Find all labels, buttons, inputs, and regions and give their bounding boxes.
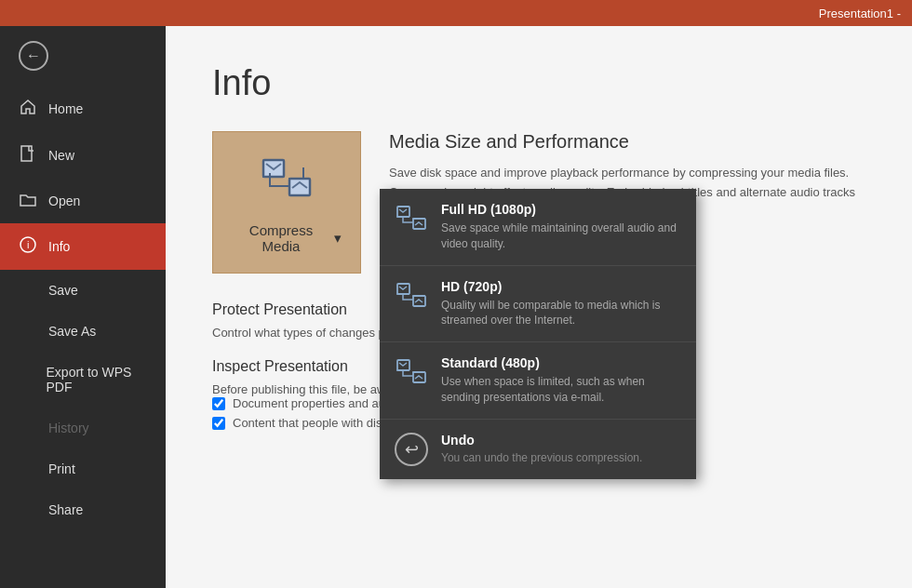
open-icon xyxy=(19,192,37,210)
standard-desc: Use when space is limited, such as when … xyxy=(441,374,681,406)
svg-text:i: i xyxy=(27,239,29,250)
sidebar-nav: Home New Open i Info xyxy=(0,86,166,588)
sidebar-label-save: Save xyxy=(48,283,78,298)
filename-label: Presentation1 - xyxy=(819,7,901,20)
hd-label: HD (720p) xyxy=(441,279,681,294)
sidebar-item-print[interactable]: Print xyxy=(0,448,166,489)
svg-rect-17 xyxy=(413,372,425,382)
hd-icon xyxy=(395,279,428,313)
sidebar-label-home: Home xyxy=(48,101,83,116)
fullhd-label: Full HD (1080p) xyxy=(441,202,681,217)
home-icon xyxy=(19,99,37,119)
info-icon: i xyxy=(19,236,37,257)
content-area: Info Compress Med xyxy=(166,26,912,588)
undo-text: Undo You can undo the previous compressi… xyxy=(441,433,642,464)
dropdown-item-fullhd[interactable]: Full HD (1080p) Save space while maintai… xyxy=(380,189,696,266)
dropdown-item-hd[interactable]: HD (720p) Quality will be comparable to … xyxy=(380,266,696,343)
sidebar-label-info: Info xyxy=(48,239,70,254)
hd-desc: Quality will be comparable to media whic… xyxy=(441,298,681,329)
media-section-title: Media Size and Performance xyxy=(389,131,865,153)
sidebar-item-save-as[interactable]: Save As xyxy=(0,311,166,352)
sidebar-label-history: History xyxy=(48,421,89,435)
svg-rect-0 xyxy=(21,146,32,161)
sidebar-label-export: Export to WPS PDF xyxy=(47,365,147,394)
title-bar: Presentation1 - xyxy=(0,0,912,26)
sidebar: ← Home New Open xyxy=(0,26,166,588)
sidebar-label-print: Print xyxy=(48,461,75,476)
compress-label: Compress Media ▾ xyxy=(232,222,342,254)
standard-text: Standard (480p) Use when space is limite… xyxy=(441,355,681,406)
fullhd-text: Full HD (1080p) Save space while maintai… xyxy=(441,202,681,252)
sidebar-label-save-as: Save As xyxy=(48,324,96,339)
fullhd-icon xyxy=(395,202,428,235)
sidebar-label-new: New xyxy=(48,148,74,163)
sidebar-item-save[interactable]: Save xyxy=(0,270,166,311)
standard-icon xyxy=(395,355,428,389)
back-button[interactable]: ← xyxy=(0,26,166,86)
standard-label: Standard (480p) xyxy=(441,355,681,370)
sidebar-item-open[interactable]: Open xyxy=(0,179,166,223)
sidebar-item-home[interactable]: Home xyxy=(0,86,166,132)
sidebar-item-new[interactable]: New xyxy=(0,132,166,179)
dropdown-item-standard[interactable]: Standard (480p) Use when space is limite… xyxy=(380,342,696,420)
new-icon xyxy=(19,145,37,166)
compress-media-button[interactable]: Compress Media ▾ xyxy=(212,131,361,274)
hd-text: HD (720p) Quality will be comparable to … xyxy=(441,279,681,329)
compress-dropdown-menu: Full HD (1080p) Save space while maintai… xyxy=(380,189,696,479)
sidebar-item-export[interactable]: Export to WPS PDF xyxy=(0,352,166,408)
page-title: Info xyxy=(212,63,865,103)
back-icon: ← xyxy=(19,41,48,71)
compress-chevron: ▾ xyxy=(334,230,342,247)
undo-label: Undo xyxy=(441,433,642,448)
compress-media-icon xyxy=(259,151,315,215)
svg-rect-9 xyxy=(413,219,425,229)
dropdown-item-undo[interactable]: ↩ Undo You can undo the previous compres… xyxy=(380,420,696,479)
sidebar-label-open: Open xyxy=(48,194,80,208)
sidebar-item-info[interactable]: i Info xyxy=(0,223,166,270)
undo-icon: ↩ xyxy=(395,433,428,466)
sidebar-item-share[interactable]: Share xyxy=(0,489,166,530)
sidebar-item-history: History xyxy=(0,408,166,448)
fullhd-desc: Save space while maintaining overall aud… xyxy=(441,220,681,252)
undo-desc: You can undo the previous compression. xyxy=(441,451,642,464)
sensitive-checkbox-2[interactable] xyxy=(212,417,225,430)
svg-rect-13 xyxy=(413,296,425,306)
sensitive-checkbox-1[interactable] xyxy=(212,397,225,410)
sidebar-label-share: Share xyxy=(48,502,83,517)
